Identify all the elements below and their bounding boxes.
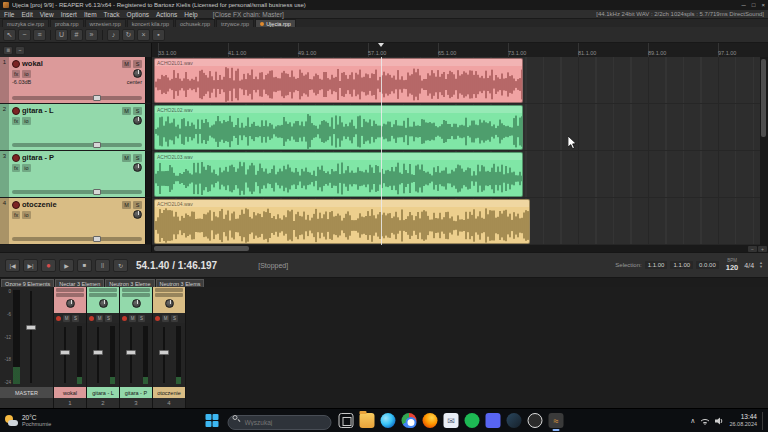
- zoom-in-button[interactable]: +: [758, 246, 767, 252]
- selection-length[interactable]: 0.0.00: [696, 261, 719, 269]
- mute-button[interactable]: M: [122, 154, 131, 162]
- weather-widget[interactable]: 20°C Pochmurnie: [5, 414, 51, 428]
- project-tab[interactable]: koncert kila.rpp: [127, 19, 174, 27]
- io-button[interactable]: io: [22, 117, 30, 125]
- track-manager-icon[interactable]: ≣: [3, 46, 13, 55]
- fx-tab-neutron-1[interactable]: Neutron 3 Eleme: [105, 279, 154, 287]
- solo-button[interactable]: S: [133, 154, 142, 162]
- io-button[interactable]: io: [22, 164, 30, 172]
- fx-tab-nectar[interactable]: Nectar 3 Elemen: [55, 279, 104, 287]
- spinner-down-icon[interactable]: ▼: [759, 265, 763, 269]
- horizontal-scrollbar-thumb[interactable]: [154, 246, 249, 251]
- fx-insert-slot[interactable]: [89, 293, 117, 297]
- mute-button[interactable]: M: [122, 201, 131, 209]
- bpm-control[interactable]: BPM 120: [726, 259, 739, 271]
- maximize-button[interactable]: □: [752, 2, 756, 8]
- transport-position[interactable]: 54.1.40 / 1:46.197: [136, 260, 217, 271]
- tool-pointer-icon[interactable]: ↖: [3, 29, 16, 41]
- strip-name[interactable]: wokal: [54, 387, 86, 398]
- pan-knob[interactable]: [165, 299, 174, 308]
- fx-button[interactable]: fx: [12, 70, 20, 78]
- solo-button[interactable]: S: [138, 315, 145, 322]
- record-arm-button[interactable]: [12, 107, 20, 115]
- fader-area[interactable]: [153, 323, 185, 387]
- menu-insert[interactable]: Insert: [61, 11, 77, 18]
- time-signature[interactable]: 4/4: [744, 262, 754, 269]
- audio-device-status[interactable]: [44.1kHz 24bit WAV : 2/2ch 1024spls : 5.…: [596, 11, 764, 17]
- record-arm-button[interactable]: [155, 316, 160, 321]
- master-fader-thumb[interactable]: [26, 325, 36, 330]
- fader-thumb[interactable]: [93, 95, 101, 101]
- item-edit-icon[interactable]: ≡: [33, 29, 46, 41]
- search-input[interactable]: [228, 415, 332, 430]
- wifi-icon[interactable]: [700, 417, 710, 425]
- fader-thumb[interactable]: [93, 350, 103, 355]
- io-button[interactable]: io: [22, 211, 30, 219]
- menu-edit[interactable]: Edit: [21, 11, 32, 18]
- record-arm-button[interactable]: [89, 316, 94, 321]
- project-tab-active[interactable]: Ujęcia.rpp: [255, 19, 296, 27]
- bpm-spinner[interactable]: ▲▼: [759, 261, 763, 269]
- mail-app-icon[interactable]: ✉: [444, 413, 459, 428]
- record-arm-button[interactable]: [12, 60, 20, 68]
- mixer-strip-wokal[interactable]: M S wokal 1: [54, 287, 87, 408]
- edge-browser-icon[interactable]: [381, 413, 396, 428]
- pan-knob[interactable]: [133, 163, 142, 172]
- pan-knob[interactable]: [66, 299, 75, 308]
- io-button[interactable]: io: [22, 70, 30, 78]
- fx-tab-ozone[interactable]: Ozone 9 Elements: [1, 279, 54, 287]
- fx-insert-slot[interactable]: [122, 288, 150, 292]
- project-tab[interactable]: ochusek.rpp: [175, 19, 215, 27]
- strip-name[interactable]: otoczenie: [153, 387, 185, 398]
- mute-button[interactable]: M: [122, 60, 131, 68]
- record-arm-button[interactable]: [12, 201, 20, 209]
- strip-name[interactable]: gitara - L: [87, 387, 119, 398]
- play-button[interactable]: ▶: [59, 259, 74, 272]
- pan-knob[interactable]: [133, 69, 142, 78]
- track-lane-wokal[interactable]: ACHO2L01.wav: [152, 57, 760, 104]
- selection-end[interactable]: 1.1.00: [670, 261, 693, 269]
- record-arm-button[interactable]: [56, 316, 61, 321]
- pan-knob[interactable]: [99, 299, 108, 308]
- bpm-value[interactable]: 120: [726, 264, 739, 272]
- vertical-scrollbar-thumb[interactable]: [761, 59, 766, 137]
- timeline-ruler[interactable]: 33.1.00 41.1.00 49.1.00 57.1.00 65.1.00 …: [152, 43, 760, 57]
- menu-actions[interactable]: Actions: [156, 11, 177, 18]
- horizontal-scrollbar[interactable]: [152, 245, 746, 252]
- solo-button[interactable]: S: [133, 201, 142, 209]
- envelope-panel-icon[interactable]: ~: [15, 46, 25, 55]
- envelope-icon[interactable]: ~: [18, 29, 31, 41]
- fader-thumb[interactable]: [159, 350, 169, 355]
- audio-item[interactable]: ACHO2L04.wav: [154, 199, 530, 244]
- track-panel-gitara-l[interactable]: 2 gitara - L M S fx io: [0, 104, 151, 151]
- project-tab[interactable]: wrzesien.rpp: [85, 19, 126, 27]
- mixer-strip-otoczenie[interactable]: M S otoczenie 4: [153, 287, 186, 408]
- menu-track[interactable]: Track: [104, 11, 120, 18]
- grid-icon[interactable]: #: [70, 29, 83, 41]
- taskbar-clock[interactable]: 13:44 26.08.2024: [729, 413, 757, 427]
- solo-button[interactable]: S: [171, 315, 178, 322]
- loop-icon[interactable]: ↻: [122, 29, 135, 41]
- volume-fader[interactable]: [12, 96, 142, 100]
- chrome-browser-icon[interactable]: [402, 413, 417, 428]
- project-tab[interactable]: proba.rpp: [50, 19, 84, 27]
- project-tab[interactable]: trzywce.rpp: [216, 19, 254, 27]
- volume-fader[interactable]: [12, 143, 142, 147]
- metronome-icon[interactable]: ♪: [107, 29, 120, 41]
- spotify-icon[interactable]: [465, 413, 480, 428]
- ripple-icon[interactable]: »: [85, 29, 98, 41]
- record-arm-button[interactable]: [12, 154, 20, 162]
- audio-item[interactable]: ACHO2L03.wav: [154, 152, 523, 197]
- audio-item[interactable]: ACHO2L02.wav: [154, 105, 523, 150]
- go-to-start-button[interactable]: |◀: [5, 259, 20, 272]
- arrange-view[interactable]: ACHO2L01.wav ACHO2L02.wav ACHO2L03.wav A…: [152, 57, 760, 245]
- selection-start[interactable]: 1.1.00: [645, 261, 668, 269]
- solo-button[interactable]: S: [133, 60, 142, 68]
- start-button[interactable]: [206, 414, 220, 428]
- obs-icon[interactable]: [528, 413, 543, 428]
- mute-button[interactable]: M: [129, 315, 136, 322]
- taskbar-search[interactable]: [228, 411, 332, 430]
- pan-knob[interactable]: [133, 116, 142, 125]
- fx-insert-slot[interactable]: [56, 288, 84, 292]
- fader-area[interactable]: [120, 323, 152, 387]
